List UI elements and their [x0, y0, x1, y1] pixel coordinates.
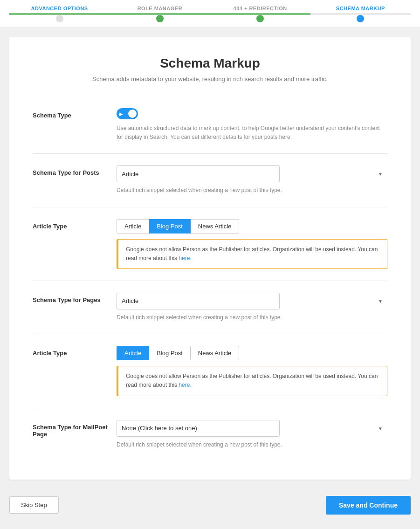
schema-posts-label: Schema Type for Posts	[33, 165, 117, 176]
notice-pages-link[interactable]: here.	[179, 382, 191, 388]
article-type-pages-label: Article Type	[33, 346, 117, 357]
top-navigation: ADVANCED OPTIONS ROLE MANAGER 404 + REDI…	[0, 0, 420, 28]
article-type-posts-blogpost-btn[interactable]: Blog Post	[149, 219, 191, 234]
schema-pages-select[interactable]: Article Blog Post News Article Product R…	[117, 293, 280, 309]
toggle-on-icon: ▶	[119, 111, 123, 117]
nav-step-schema[interactable]: SCHEMA MARKUP	[310, 6, 411, 22]
article-type-pages-newsarticle-btn[interactable]: News Article	[191, 346, 240, 360]
nav-step-label-advanced: ADVANCED OPTIONS	[31, 6, 88, 11]
nav-step-dot-schema	[357, 15, 364, 22]
select-arrow-posts: ▼	[378, 172, 383, 177]
schema-type-control: ▶ Use automatic structured data to mark …	[117, 108, 387, 142]
schema-mailpoet-label: Schema Type for MailPoet Page	[33, 420, 117, 438]
schema-mailpoet-description: Default rich snippet selected when creat…	[117, 440, 387, 449]
footer-bar: Skip Step Save and Continue	[9, 489, 411, 522]
page-subtitle: Schema adds metadata to your website, re…	[33, 76, 387, 82]
article-type-pages-notice: Google does not allow Person as the Publ…	[117, 366, 387, 396]
schema-card: Schema Markup Schema adds metadata to yo…	[9, 37, 411, 480]
nav-step-dot-advanced	[56, 15, 63, 22]
article-type-pages-article-btn[interactable]: Article	[117, 346, 149, 360]
page-title: Schema Markup	[33, 56, 387, 71]
toggle-thumb	[128, 110, 137, 118]
article-type-posts-newsarticle-btn[interactable]: News Article	[191, 219, 240, 234]
nav-steps: ADVANCED OPTIONS ROLE MANAGER 404 + REDI…	[9, 6, 411, 22]
schema-type-toggle[interactable]: ▶	[117, 108, 138, 119]
schema-posts-control: Article Blog Post News Article Product R…	[117, 165, 387, 195]
nav-step-label-redirect: 404 + REDIRECTION	[234, 6, 287, 11]
schema-posts-select[interactable]: Article Blog Post News Article Product R…	[117, 165, 280, 182]
schema-mailpoet-control: None (Click here to set one) Article Blo…	[117, 420, 387, 449]
article-type-posts-notice: Google does not allow Person as the Publ…	[117, 239, 387, 269]
nav-step-redirect[interactable]: 404 + REDIRECTION	[210, 6, 310, 22]
nav-step-role[interactable]: ROLE MANAGER	[110, 6, 210, 22]
schema-posts-row: Schema Type for Posts Article Blog Post …	[33, 153, 387, 206]
toggle-wrapper: ▶	[117, 108, 387, 119]
schema-pages-select-wrapper: Article Blog Post News Article Product R…	[117, 293, 387, 309]
schema-mailpoet-select-wrapper: None (Click here to set one) Article Blo…	[117, 420, 387, 437]
schema-pages-control: Article Blog Post News Article Product R…	[117, 293, 387, 322]
article-type-pages-blogpost-btn[interactable]: Blog Post	[149, 346, 191, 360]
save-continue-button[interactable]: Save and Continue	[326, 496, 411, 515]
schema-type-row: Schema Type ▶ Use automatic structured d…	[33, 96, 387, 153]
nav-step-label-schema: SCHEMA MARKUP	[336, 6, 385, 11]
nav-step-advanced[interactable]: ADVANCED OPTIONS	[9, 6, 110, 22]
article-type-posts-btngroup: Article Blog Post News Article	[117, 219, 387, 234]
article-type-posts-label: Article Type	[33, 219, 117, 230]
schema-type-description: Use automatic structured data to mark up…	[117, 124, 387, 142]
toggle-track: ▶	[117, 108, 138, 119]
select-arrow-pages: ▼	[378, 298, 383, 303]
article-type-pages-btngroup: Article Blog Post News Article	[117, 346, 387, 360]
article-type-posts-row: Article Type Article Blog Post News Arti…	[33, 207, 387, 281]
article-type-pages-control: Article Blog Post News Article Google do…	[117, 346, 387, 396]
notice-posts-text: Google does not allow Person as the Publ…	[126, 246, 378, 261]
nav-step-label-role: ROLE MANAGER	[138, 6, 182, 11]
article-type-posts-control: Article Blog Post News Article Google do…	[117, 219, 387, 269]
schema-mailpoet-row: Schema Type for MailPoet Page None (Clic…	[33, 408, 387, 461]
schema-pages-row: Schema Type for Pages Article Blog Post …	[33, 281, 387, 334]
schema-posts-description: Default rich snippet selected when creat…	[117, 186, 387, 195]
schema-pages-description: Default rich snippet selected when creat…	[117, 313, 387, 322]
notice-posts-link[interactable]: here.	[179, 255, 191, 261]
schema-posts-select-wrapper: Article Blog Post News Article Product R…	[117, 165, 387, 182]
article-type-pages-row: Article Type Article Blog Post News Arti…	[33, 334, 387, 407]
select-arrow-mailpoet: ▼	[378, 426, 383, 431]
notice-pages-text: Google does not allow Person as the Publ…	[126, 373, 378, 388]
main-content: Schema Markup Schema adds metadata to yo…	[0, 28, 420, 529]
schema-pages-label: Schema Type for Pages	[33, 293, 117, 303]
nav-step-dot-role	[156, 15, 164, 22]
nav-step-dot-redirect	[256, 15, 264, 22]
schema-type-label: Schema Type	[33, 108, 117, 119]
skip-step-button[interactable]: Skip Step	[9, 496, 59, 514]
article-type-posts-article-btn[interactable]: Article	[117, 219, 149, 234]
schema-mailpoet-select[interactable]: None (Click here to set one) Article Blo…	[117, 420, 280, 437]
